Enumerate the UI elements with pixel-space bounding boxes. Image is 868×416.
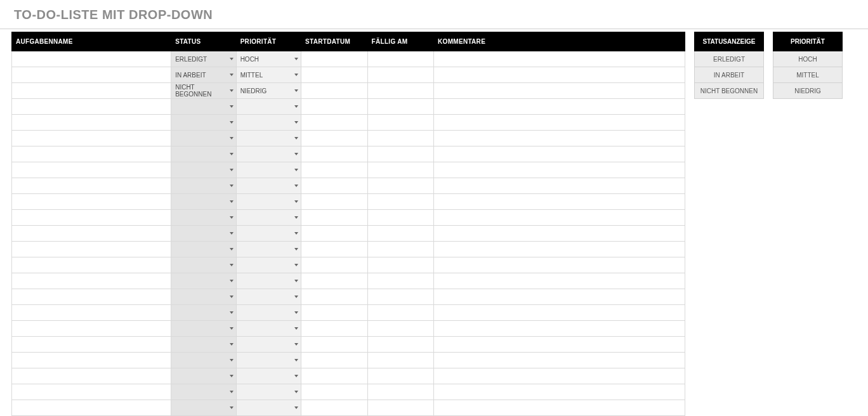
duedate-cell[interactable]	[368, 257, 433, 273]
status-dropdown[interactable]	[171, 321, 235, 336]
comments-cell[interactable]	[434, 257, 685, 273]
priority-dropdown[interactable]	[237, 400, 301, 415]
duedate-cell[interactable]	[368, 194, 433, 209]
startdate-cell[interactable]	[301, 257, 367, 273]
startdate-cell[interactable]	[301, 289, 367, 304]
startdate-cell[interactable]	[301, 242, 367, 257]
startdate-cell[interactable]	[301, 400, 367, 415]
duedate-cell[interactable]	[368, 353, 433, 368]
task-name-cell[interactable]	[12, 99, 171, 114]
comments-cell[interactable]	[434, 400, 685, 415]
comments-cell[interactable]	[434, 83, 685, 98]
task-name-cell[interactable]	[12, 162, 171, 178]
priority-dropdown[interactable]: HOCH	[237, 51, 301, 67]
priority-dropdown[interactable]	[237, 321, 301, 336]
status-dropdown[interactable]: IN ARBEIT	[171, 67, 235, 82]
task-name-cell[interactable]	[12, 305, 171, 320]
duedate-cell[interactable]	[368, 384, 433, 400]
status-dropdown[interactable]	[171, 226, 235, 241]
task-name-cell[interactable]	[12, 51, 171, 67]
comments-cell[interactable]	[434, 242, 685, 257]
startdate-cell[interactable]	[301, 162, 367, 178]
duedate-cell[interactable]	[368, 289, 433, 304]
priority-dropdown[interactable]: MITTEL	[237, 67, 301, 82]
duedate-cell[interactable]	[368, 162, 433, 178]
priority-dropdown[interactable]	[237, 242, 301, 257]
priority-dropdown[interactable]	[237, 146, 301, 162]
status-dropdown[interactable]	[171, 289, 235, 304]
duedate-cell[interactable]	[368, 146, 433, 162]
comments-cell[interactable]	[434, 99, 685, 114]
comments-cell[interactable]	[434, 210, 685, 225]
comments-cell[interactable]	[434, 162, 685, 178]
task-name-cell[interactable]	[12, 257, 171, 273]
priority-dropdown[interactable]	[237, 131, 301, 146]
status-dropdown[interactable]	[171, 194, 235, 209]
comments-cell[interactable]	[434, 289, 685, 304]
status-dropdown[interactable]	[171, 99, 235, 114]
task-name-cell[interactable]	[12, 178, 171, 193]
comments-cell[interactable]	[434, 226, 685, 241]
startdate-cell[interactable]	[301, 321, 367, 336]
startdate-cell[interactable]	[301, 305, 367, 320]
comments-cell[interactable]	[434, 194, 685, 209]
status-dropdown[interactable]	[171, 273, 235, 289]
priority-dropdown[interactable]	[237, 337, 301, 352]
comments-cell[interactable]	[434, 51, 685, 67]
comments-cell[interactable]	[434, 321, 685, 336]
startdate-cell[interactable]	[301, 83, 367, 98]
startdate-cell[interactable]	[301, 178, 367, 193]
duedate-cell[interactable]	[368, 131, 433, 146]
comments-cell[interactable]	[434, 368, 685, 384]
duedate-cell[interactable]	[368, 51, 433, 67]
task-name-cell[interactable]	[12, 273, 171, 289]
comments-cell[interactable]	[434, 337, 685, 352]
task-name-cell[interactable]	[12, 384, 171, 400]
duedate-cell[interactable]	[368, 115, 433, 130]
status-dropdown[interactable]	[171, 353, 235, 368]
duedate-cell[interactable]	[368, 400, 433, 415]
duedate-cell[interactable]	[368, 337, 433, 352]
priority-dropdown[interactable]	[237, 99, 301, 114]
startdate-cell[interactable]	[301, 67, 367, 82]
task-name-cell[interactable]	[12, 337, 171, 352]
task-name-cell[interactable]	[12, 131, 171, 146]
startdate-cell[interactable]	[301, 368, 367, 384]
startdate-cell[interactable]	[301, 210, 367, 225]
comments-cell[interactable]	[434, 384, 685, 400]
duedate-cell[interactable]	[368, 178, 433, 193]
startdate-cell[interactable]	[301, 99, 367, 114]
startdate-cell[interactable]	[301, 131, 367, 146]
comments-cell[interactable]	[434, 146, 685, 162]
duedate-cell[interactable]	[368, 226, 433, 241]
priority-dropdown[interactable]	[237, 115, 301, 130]
duedate-cell[interactable]	[368, 83, 433, 98]
duedate-cell[interactable]	[368, 210, 433, 225]
duedate-cell[interactable]	[368, 368, 433, 384]
priority-dropdown[interactable]	[237, 257, 301, 273]
comments-cell[interactable]	[434, 305, 685, 320]
startdate-cell[interactable]	[301, 115, 367, 130]
status-dropdown[interactable]	[171, 257, 235, 273]
status-dropdown[interactable]	[171, 305, 235, 320]
duedate-cell[interactable]	[368, 305, 433, 320]
task-name-cell[interactable]	[12, 210, 171, 225]
priority-dropdown[interactable]	[237, 194, 301, 209]
startdate-cell[interactable]	[301, 226, 367, 241]
startdate-cell[interactable]	[301, 384, 367, 400]
startdate-cell[interactable]	[301, 146, 367, 162]
priority-dropdown[interactable]	[237, 353, 301, 368]
priority-dropdown[interactable]	[237, 162, 301, 178]
task-name-cell[interactable]	[12, 321, 171, 336]
status-dropdown[interactable]	[171, 337, 235, 352]
status-dropdown[interactable]	[171, 400, 235, 415]
status-dropdown[interactable]	[171, 146, 235, 162]
duedate-cell[interactable]	[368, 273, 433, 289]
comments-cell[interactable]	[434, 115, 685, 130]
task-name-cell[interactable]	[12, 83, 171, 98]
comments-cell[interactable]	[434, 67, 685, 82]
task-name-cell[interactable]	[12, 368, 171, 384]
priority-dropdown[interactable]	[237, 305, 301, 320]
status-dropdown[interactable]	[171, 162, 235, 178]
status-dropdown[interactable]	[171, 131, 235, 146]
